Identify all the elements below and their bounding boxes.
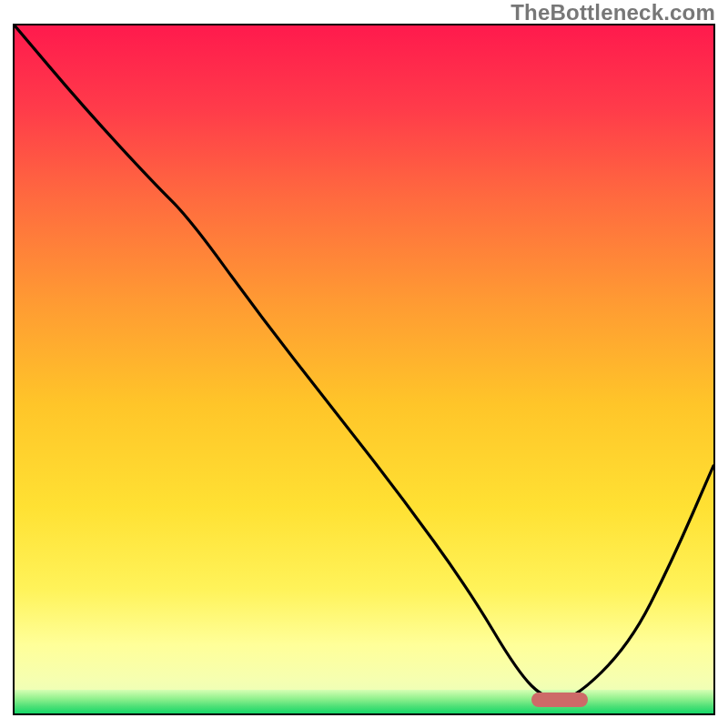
watermark-text: TheBottleneck.com bbox=[511, 0, 715, 25]
bottleneck-curve bbox=[15, 25, 713, 713]
chart-container: TheBottleneck.com bbox=[0, 0, 728, 728]
plot-area bbox=[13, 24, 715, 715]
optimum-marker bbox=[531, 693, 587, 707]
